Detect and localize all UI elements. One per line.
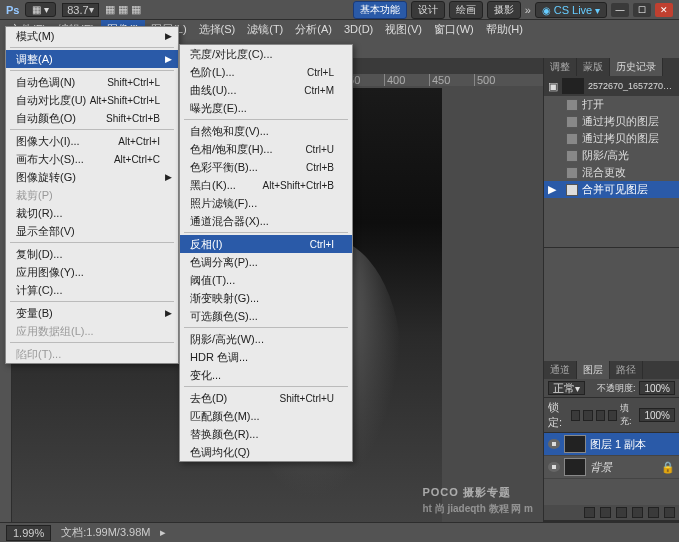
menu-select[interactable]: 选择(S) [193, 20, 242, 39]
status-arrow-icon[interactable]: ▸ [160, 526, 166, 539]
mi-mode[interactable]: 模式(M)▶ [6, 27, 178, 45]
mi-crop[interactable]: 裁剪(P) [6, 186, 178, 204]
ma-invert[interactable]: 反相(I)Ctrl+I [180, 235, 352, 253]
opacity-label: 不透明度: [597, 382, 636, 395]
ma-variations[interactable]: 变化... [180, 366, 352, 384]
history-item[interactable]: 阴影/高光 [544, 147, 679, 164]
mi-auto-contrast[interactable]: 自动对比度(U)Alt+Shift+Ctrl+L [6, 91, 178, 109]
tab-history[interactable]: 历史记录 [610, 58, 663, 76]
cs-live[interactable]: ◉ CS Live ▾ [535, 2, 607, 18]
opacity-field[interactable]: 100% [639, 381, 675, 395]
mi-trim[interactable]: 裁切(R)... [6, 204, 178, 222]
group-icon[interactable] [632, 507, 643, 518]
mi-apply-data[interactable]: 应用数据组(L)... [6, 322, 178, 340]
mi-apply-image[interactable]: 应用图像(Y)... [6, 263, 178, 281]
trash-icon[interactable] [664, 507, 675, 518]
fill-label: 填充: [620, 402, 636, 428]
ma-balance[interactable]: 色彩平衡(B)...Ctrl+B [180, 158, 352, 176]
tab-adjust[interactable]: 调整 [544, 58, 577, 76]
ma-vibrance[interactable]: 自然饱和度(V)... [180, 122, 352, 140]
menu-help[interactable]: 帮助(H) [480, 20, 529, 39]
mi-auto-color[interactable]: 自动颜色(O)Shift+Ctrl+B [6, 109, 178, 127]
mini-bridge-icon[interactable]: ▦ ▾ [25, 2, 56, 17]
menu-window[interactable]: 窗口(W) [428, 20, 480, 39]
ma-selective[interactable]: 可选颜色(S)... [180, 307, 352, 325]
ma-exposure[interactable]: 曝光度(E)... [180, 99, 352, 117]
ma-levels[interactable]: 色阶(L)...Ctrl+L [180, 63, 352, 81]
ma-bright[interactable]: 亮度/对比度(C)... [180, 45, 352, 63]
mi-duplicate[interactable]: 复制(D)... [6, 245, 178, 263]
snapshot-thumb [562, 78, 584, 94]
lock-pixel-icon[interactable] [583, 410, 592, 421]
eye-icon[interactable]: ▣ [548, 80, 558, 93]
mask-icon[interactable] [600, 507, 611, 518]
history-item[interactable]: ▶合并可见图层 [544, 181, 679, 198]
workspace-basic[interactable]: 基本功能 [353, 1, 407, 19]
adjust-icon[interactable] [616, 507, 627, 518]
eye-icon[interactable] [548, 462, 560, 472]
lock-all-icon[interactable] [608, 410, 617, 421]
menu-analysis[interactable]: 分析(A) [289, 20, 338, 39]
ma-hdr[interactable]: HDR 色调... [180, 348, 352, 366]
mi-canvas-size[interactable]: 画布大小(S)...Alt+Ctrl+C [6, 150, 178, 168]
mi-calculations[interactable]: 计算(C)... [6, 281, 178, 299]
window-maximize[interactable]: ☐ [633, 3, 651, 17]
ma-equalize[interactable]: 色调均化(Q) [180, 443, 352, 461]
ma-hue[interactable]: 色相/饱和度(H)...Ctrl+U [180, 140, 352, 158]
mi-image-size[interactable]: 图像大小(I)...Alt+Ctrl+I [6, 132, 178, 150]
ma-photo-filter[interactable]: 照片滤镜(F)... [180, 194, 352, 212]
mi-reveal-all[interactable]: 显示全部(V) [6, 222, 178, 240]
zoom-field[interactable]: 83.7 ▾ [62, 3, 98, 17]
ma-posterize[interactable]: 色调分离(P)... [180, 253, 352, 271]
workspace-photo[interactable]: 摄影 [487, 1, 521, 19]
ma-curves[interactable]: 曲线(U)...Ctrl+M [180, 81, 352, 99]
workspace-paint[interactable]: 绘画 [449, 1, 483, 19]
layer-copy-icon [566, 133, 578, 145]
menu-3d[interactable]: 3D(D) [338, 21, 379, 37]
tab-channels[interactable]: 通道 [544, 361, 577, 379]
lock-pos-icon[interactable] [596, 410, 605, 421]
ma-channel-mixer[interactable]: 通道混合器(X)... [180, 212, 352, 230]
merge-icon [566, 184, 578, 196]
history-item[interactable]: 通过拷贝的图层 [544, 113, 679, 130]
window-close[interactable]: ✕ [655, 3, 673, 17]
view-tools[interactable]: ▦ ▦ ▦ [105, 3, 141, 16]
ma-gradient-map[interactable]: 渐变映射(G)... [180, 289, 352, 307]
history-item[interactable]: 混合更改 [544, 164, 679, 181]
mi-trap[interactable]: 陷印(T)... [6, 345, 178, 363]
ma-replace[interactable]: 替换颜色(R)... [180, 425, 352, 443]
mi-adjust[interactable]: 调整(A)▶ [6, 50, 178, 68]
blend-mode-select[interactable]: 正常 ▾ [548, 381, 585, 395]
ma-shadows[interactable]: 阴影/高光(W)... [180, 330, 352, 348]
window-minimize[interactable]: — [611, 3, 629, 17]
mi-variables[interactable]: 变量(B)▶ [6, 304, 178, 322]
new-layer-icon[interactable] [648, 507, 659, 518]
menu-filter[interactable]: 滤镜(T) [241, 20, 289, 39]
ma-threshold[interactable]: 阈值(T)... [180, 271, 352, 289]
workspace-design[interactable]: 设计 [411, 1, 445, 19]
mi-auto-tone[interactable]: 自动色调(N)Shift+Ctrl+L [6, 73, 178, 91]
mi-image-rotate[interactable]: 图像旋转(G)▶ [6, 168, 178, 186]
layer-thumb [564, 458, 586, 476]
lock-icon: 🔒 [661, 461, 675, 474]
tab-paths[interactable]: 路径 [610, 361, 643, 379]
ma-desaturate[interactable]: 去色(D)Shift+Ctrl+U [180, 389, 352, 407]
lock-label: 锁定: [548, 400, 568, 430]
menu-image-dropdown: 模式(M)▶ 调整(A)▶ 自动色调(N)Shift+Ctrl+L 自动对比度(… [5, 26, 179, 364]
ma-match[interactable]: 匹配颜色(M)... [180, 407, 352, 425]
menu-view[interactable]: 视图(V) [379, 20, 428, 39]
tab-layers[interactable]: 图层 [577, 361, 610, 379]
tab-overflow[interactable]: » [525, 4, 531, 16]
history-item[interactable]: 打开 [544, 96, 679, 113]
history-snapshot[interactable]: ▣ 2572670_165727006322_2.jpg [544, 76, 679, 96]
history-item[interactable]: 通过拷贝的图层 [544, 130, 679, 147]
eye-icon[interactable] [548, 439, 560, 449]
status-zoom[interactable]: 1.99% [6, 525, 51, 541]
layer-row[interactable]: 背景 🔒 [544, 456, 679, 479]
ma-bw[interactable]: 黑白(K)...Alt+Shift+Ctrl+B [180, 176, 352, 194]
tab-mask[interactable]: 蒙版 [577, 58, 610, 76]
layer-row[interactable]: 图层 1 副本 [544, 433, 679, 456]
fill-field[interactable]: 100% [639, 408, 675, 422]
fx-icon[interactable] [584, 507, 595, 518]
lock-trans-icon[interactable] [571, 410, 580, 421]
